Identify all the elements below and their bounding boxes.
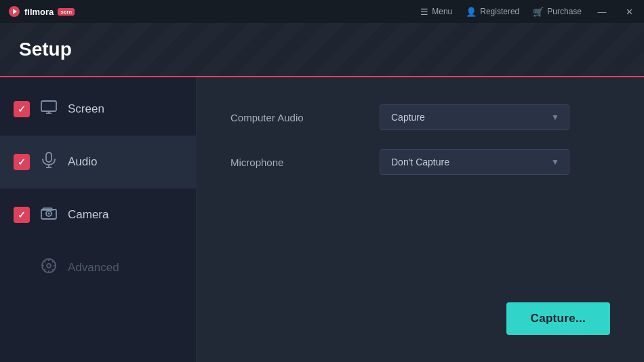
- audio-icon: [39, 152, 58, 172]
- titlebar-right: ☰ Menu 👤 Registered 🛒 Purchase — ✕: [420, 5, 636, 18]
- sidebar-item-camera[interactable]: ✓ Camera: [0, 188, 196, 241]
- screen-icon: [39, 100, 58, 118]
- titlebar: filmora scrn ☰ Menu 👤 Registered 🛒 Purch…: [0, 0, 644, 23]
- sidebar-item-audio[interactable]: ✓ Audio: [0, 136, 196, 188]
- camera-checkbox[interactable]: ✓: [14, 207, 30, 223]
- microphone-row: Microphone Don't Capture ▼: [230, 149, 610, 175]
- svg-line-18: [52, 269, 54, 270]
- sidebar: ✓ Screen ✓: [0, 77, 197, 362]
- minimize-icon: —: [598, 7, 607, 17]
- logo-badge: scrn: [58, 8, 75, 16]
- svg-line-19: [52, 261, 54, 262]
- close-button[interactable]: ✕: [622, 5, 636, 18]
- screen-checkbox[interactable]: ✓: [14, 101, 30, 117]
- sidebar-item-advanced[interactable]: Advanced: [0, 241, 196, 294]
- menu-button[interactable]: ☰ Menu: [420, 7, 452, 17]
- purchase-label: Purchase: [547, 7, 582, 16]
- sidebar-item-screen[interactable]: ✓ Screen: [0, 83, 196, 136]
- svg-rect-5: [46, 153, 52, 162]
- microphone-value: Don't Capture: [391, 157, 449, 167]
- logo-main-text: filmora: [24, 7, 54, 17]
- computer-audio-value: Capture: [391, 112, 425, 123]
- page-title: Setup: [19, 39, 72, 60]
- advanced-label: Advanced: [68, 261, 119, 275]
- computer-audio-select[interactable]: Capture ▼: [380, 104, 569, 130]
- minimize-button[interactable]: —: [595, 5, 609, 18]
- screen-checkmark: ✓: [18, 104, 26, 115]
- svg-rect-2: [41, 101, 56, 111]
- camera-checkmark: ✓: [18, 209, 26, 220]
- menu-label: Menu: [432, 7, 452, 16]
- advanced-icon: [39, 258, 58, 278]
- computer-audio-arrow-icon: ▼: [551, 113, 559, 122]
- header: Setup: [0, 23, 644, 77]
- computer-audio-row: Computer Audio Capture ▼: [230, 104, 610, 130]
- audio-label: Audio: [68, 155, 97, 169]
- microphone-arrow-icon: ▼: [551, 157, 559, 167]
- screen-label: Screen: [68, 102, 104, 116]
- svg-point-12: [47, 264, 51, 268]
- svg-point-9: [48, 213, 50, 215]
- microphone-label: Microphone: [230, 157, 380, 168]
- microphone-select[interactable]: Don't Capture ▼: [380, 149, 569, 175]
- svg-line-20: [44, 269, 45, 270]
- registered-label: Registered: [480, 7, 519, 16]
- titlebar-left: filmora scrn: [8, 5, 75, 18]
- content-area: Computer Audio Capture ▼ Microphone Don'…: [197, 77, 644, 362]
- computer-audio-label: Computer Audio: [230, 112, 380, 123]
- cart-icon: 🛒: [533, 7, 544, 17]
- close-icon: ✕: [626, 7, 633, 17]
- filmora-logo-icon: [8, 5, 20, 18]
- registered-button[interactable]: 👤 Registered: [466, 7, 519, 17]
- camera-icon: [39, 206, 58, 224]
- purchase-button[interactable]: 🛒 Purchase: [533, 7, 582, 17]
- audio-checkbox[interactable]: ✓: [14, 154, 30, 170]
- capture-button[interactable]: Capture...: [506, 302, 610, 335]
- svg-line-17: [44, 261, 45, 262]
- audio-checkmark: ✓: [18, 157, 26, 167]
- camera-label: Camera: [68, 208, 108, 222]
- menu-icon: ☰: [420, 7, 428, 17]
- user-icon: 👤: [466, 7, 477, 17]
- main-layout: ✓ Screen ✓: [0, 77, 644, 362]
